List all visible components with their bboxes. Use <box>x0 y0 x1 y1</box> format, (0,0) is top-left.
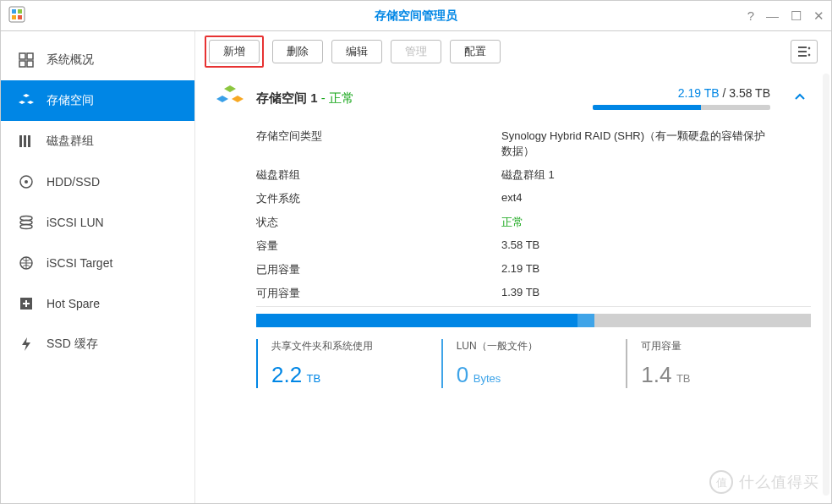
svg-rect-0 <box>9 7 25 22</box>
value-type: Synology Hybrid RAID (SHR)（有一颗硬盘的容错保护数据） <box>501 129 772 159</box>
bolt-icon <box>18 336 35 353</box>
delete-button[interactable]: 删除 <box>272 40 323 63</box>
content: 新增 删除 编辑 管理 配置 存储空间 1 - 正常 <box>195 31 831 504</box>
value-group: 磁盘群组 1 <box>501 167 555 183</box>
disk-icon <box>18 173 35 190</box>
svg-point-16 <box>20 225 32 229</box>
window-title: 存储空间管理员 <box>1 8 831 24</box>
sidebar-item-ssdcache[interactable]: SSD 缓存 <box>1 324 194 364</box>
label-state: 状态 <box>256 215 501 230</box>
list-icon <box>797 46 811 58</box>
stack-icon <box>18 214 35 231</box>
breakdown-lun-label: LUN（一般文件） <box>457 339 618 353</box>
value-fs: ext4 <box>501 191 523 206</box>
usage-bar <box>256 314 811 327</box>
value-used: 2.19 TB <box>501 262 539 277</box>
titlebar: 存储空间管理员 ? ― ☐ ✕ <box>1 1 831 31</box>
label-avail: 可用容量 <box>256 286 501 301</box>
sidebar-item-volume[interactable]: 存储空间 <box>1 80 194 121</box>
svg-point-13 <box>25 180 28 184</box>
globe-icon <box>18 255 35 271</box>
svg-rect-6 <box>27 53 33 59</box>
svg-rect-9 <box>19 135 22 147</box>
value-avail: 1.39 TB <box>501 286 539 301</box>
svg-rect-10 <box>24 135 26 147</box>
sidebar-item-target[interactable]: iSCSI Target <box>1 243 194 283</box>
sidebar-item-label: 磁盘群组 <box>47 134 94 149</box>
value-state: 正常 <box>501 215 523 230</box>
highlight-box: 新增 <box>205 36 264 68</box>
toolbar: 新增 删除 编辑 管理 配置 <box>209 40 818 63</box>
create-button[interactable]: 新增 <box>209 40 260 63</box>
edit-button[interactable]: 编辑 <box>331 40 382 63</box>
sidebar-item-label: 存储空间 <box>47 93 94 108</box>
chevron-up-icon <box>794 91 806 103</box>
svg-rect-1 <box>12 9 16 14</box>
svg-rect-3 <box>12 15 16 19</box>
sidebar: 系统概况 存储空间 磁盘群组 HDD/SSD iSCSI LUN iSCSI T… <box>1 31 195 504</box>
sidebar-item-label: iSCSI LUN <box>47 216 104 229</box>
sidebar-item-hotspare[interactable]: Hot Spare <box>1 283 194 324</box>
list-view-button[interactable] <box>791 40 818 63</box>
sidebar-item-label: 系统概况 <box>47 52 94 68</box>
sidebar-item-label: SSD 缓存 <box>47 337 98 352</box>
volume-title: 存储空间 1 - 正常 <box>256 90 354 107</box>
breakdown-avail-value: 1.4 TB <box>641 362 802 388</box>
plus-square-icon <box>18 295 35 312</box>
sidebar-item-label: HDD/SSD <box>47 175 100 189</box>
maximize-icon[interactable]: ☐ <box>791 8 802 24</box>
label-type: 存储空间类型 <box>256 129 501 159</box>
svg-rect-4 <box>18 15 22 19</box>
volume-panel: 存储空间 1 - 正常 2.19 TB / 3.58 TB 存储空间类型Syno… <box>209 74 818 388</box>
collapse-button[interactable] <box>789 91 811 106</box>
sidebar-item-label: Hot Spare <box>47 297 100 310</box>
value-capacity: 3.58 TB <box>501 238 539 254</box>
sidebar-item-overview[interactable]: 系统概况 <box>1 40 194 80</box>
cubes-icon <box>18 92 35 109</box>
close-icon[interactable]: ✕ <box>813 8 824 24</box>
label-group: 磁盘群组 <box>256 167 501 183</box>
label-capacity: 容量 <box>256 238 501 254</box>
label-used: 已用容量 <box>256 262 501 277</box>
volume-icon <box>216 84 244 112</box>
label-fs: 文件系统 <box>256 191 501 206</box>
scrollbar[interactable] <box>823 74 829 496</box>
config-button[interactable]: 配置 <box>450 40 501 63</box>
breakdown-lun-value: 0 Bytes <box>457 362 618 388</box>
svg-rect-11 <box>28 135 30 147</box>
breakdown-shared-label: 共享文件夹和系统使用 <box>271 339 433 353</box>
usage-breakdown: 共享文件夹和系统使用 2.2 TB LUN（一般文件） 0 Bytes 可用容量… <box>256 339 811 388</box>
svg-rect-8 <box>27 61 33 67</box>
bars-icon <box>18 133 35 150</box>
capacity-mini-bar <box>593 105 770 110</box>
sidebar-item-diskgroup[interactable]: 磁盘群组 <box>1 121 194 162</box>
svg-rect-5 <box>19 53 25 59</box>
minimize-icon[interactable]: ― <box>766 8 779 24</box>
breakdown-avail-label: 可用容量 <box>641 339 802 353</box>
svg-rect-7 <box>19 61 25 67</box>
sidebar-item-hdd[interactable]: HDD/SSD <box>1 162 194 202</box>
help-icon[interactable]: ? <box>747 8 754 24</box>
dashboard-icon <box>18 52 35 68</box>
sidebar-item-lun[interactable]: iSCSI LUN <box>1 202 194 243</box>
app-icon <box>8 5 26 26</box>
capacity-text: 2.19 TB / 3.58 TB <box>593 86 770 100</box>
manage-button[interactable]: 管理 <box>391 40 441 63</box>
svg-rect-2 <box>18 9 22 14</box>
breakdown-shared-value: 2.2 TB <box>271 362 433 388</box>
sidebar-item-label: iSCSI Target <box>47 256 112 270</box>
